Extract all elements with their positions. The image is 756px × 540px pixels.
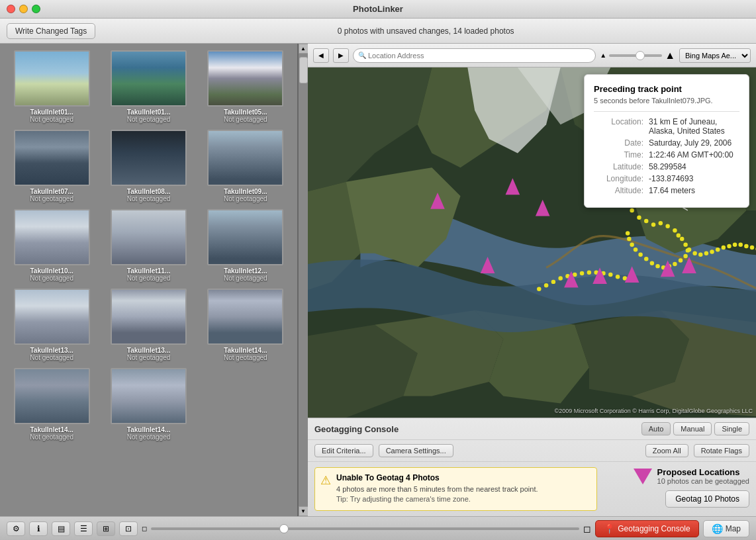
edit-criteria-button[interactable]: Edit Criteria... (314, 444, 373, 457)
photo-item-4[interactable]: TakulInlet08... Not geotagged (103, 130, 193, 202)
svg-point-37 (627, 237, 631, 241)
photo-item-8[interactable]: TakulInlet12... Not geotagged (201, 209, 291, 282)
date-label: Date: (594, 138, 643, 148)
warning-box: ⚠ Unable To Geotag 4 Photos 4 photos are… (314, 467, 597, 511)
svg-point-59 (587, 271, 591, 275)
write-tags-button[interactable]: Write Changed Tags (7, 23, 95, 39)
photo-thumb-5 (207, 130, 283, 186)
date-row: Date: Saturday, July 29, 2006 (594, 138, 739, 148)
bottom-right: 📍 Geotagging Console 🌐 Map (595, 520, 749, 537)
lon-value: -133.874693 (649, 174, 693, 183)
warning-icon: ⚠ (320, 473, 331, 505)
photo-item-0[interactable]: TakulInlet01... Not geotagged (7, 50, 97, 123)
search-wrap: 🔍 (353, 48, 596, 63)
scroll-up-arrow[interactable]: ▲ (299, 44, 308, 54)
photo-item-6[interactable]: TakulInlet10... Not geotagged (7, 209, 97, 282)
zoom-max-icon: ▲ (665, 50, 675, 62)
svg-point-44 (716, 248, 720, 251)
photo-sublabel-6: Not geotagged (30, 275, 73, 282)
svg-point-39 (687, 248, 691, 251)
map-view[interactable]: Preceding track point 5 seconds before T… (308, 68, 756, 418)
photo-item-7[interactable]: TakulInlet11... Not geotagged (103, 209, 193, 282)
nav-fwd-button[interactable]: ▶ (333, 48, 349, 63)
nav-back-button[interactable]: ◀ (313, 48, 329, 63)
geo-console-btn-label: Geotagging Console (618, 524, 690, 533)
camera-settings-button[interactable]: Camera Settings... (379, 444, 453, 457)
map-btn-icon: 🌐 (712, 523, 723, 534)
svg-point-18 (651, 222, 655, 226)
geo-header-buttons: Auto Manual Single (641, 422, 749, 435)
geotag-button[interactable]: Geotag 10 Photos (665, 490, 749, 508)
geo-console: Geotagging Console Auto Manual Single Ed… (308, 418, 756, 516)
info-popup: Preceding track point 5 seconds before T… (584, 74, 749, 208)
tool-grid[interactable]: ⊞ (97, 521, 115, 536)
tool-info[interactable]: ℹ (29, 521, 48, 536)
tool-details[interactable]: ☰ (74, 521, 93, 536)
manual-button[interactable]: Manual (673, 422, 712, 435)
location-search-input[interactable] (353, 48, 596, 63)
scroll-rail[interactable]: ▲ ▼ (298, 44, 308, 516)
minimize-button[interactable] (19, 5, 28, 13)
map-type-select[interactable]: Bing Maps Ae... (679, 48, 751, 63)
photo-item-11[interactable]: TakulInlet14... Not geotagged (201, 289, 291, 361)
single-button[interactable]: Single (714, 422, 749, 435)
close-button[interactable] (7, 5, 15, 13)
back-icon: ◀ (318, 52, 324, 59)
photo-thumb-7 (111, 209, 187, 265)
size-slider[interactable] (151, 527, 579, 530)
slider-max-icon: ◻ (583, 523, 591, 534)
photo-label-6: TakulInlet10... (30, 267, 73, 275)
maximize-button[interactable] (32, 5, 40, 13)
auto-button[interactable]: Auto (641, 422, 671, 435)
photo-thumb-3 (14, 130, 90, 186)
proposed-box: Proposed Locations 10 photos can be geot… (634, 467, 749, 485)
photo-sublabel-12: Not geotagged (30, 433, 73, 441)
photo-item-2[interactable]: TakulInlet05... Not geotagged (201, 50, 291, 123)
zoom-slider[interactable] (609, 54, 662, 57)
photo-sublabel-8: Not geotagged (224, 275, 267, 282)
svg-point-22 (677, 233, 681, 237)
tool-preview[interactable]: ⊡ (119, 521, 138, 536)
lon-label: Longitude: (594, 174, 643, 183)
tool-list[interactable]: ▤ (52, 521, 70, 536)
proposed-subtitle: 10 photos can be geotagged (657, 477, 749, 485)
titlebar: PhotoLinker (0, 0, 756, 19)
tool-settings[interactable]: ⚙ (7, 521, 25, 536)
time-row: Time: 1:22:46 AM GMT+00:00 (594, 150, 739, 159)
list-tool-icon: ▤ (58, 524, 65, 533)
photo-thumb-6 (14, 209, 90, 265)
photo-sublabel-2: Not geotagged (224, 116, 267, 123)
photo-thumb-8 (207, 209, 283, 265)
photo-item-9[interactable]: TakulInlet13... Not geotagged (7, 289, 97, 361)
svg-point-43 (710, 249, 714, 253)
photo-thumb-11 (207, 289, 283, 345)
photo-item-1[interactable]: TakulInlet01... Not geotagged (103, 50, 193, 123)
photo-sublabel-7: Not geotagged (127, 275, 171, 282)
photo-label-9: TakulInlet13... (30, 347, 73, 354)
photo-thumb-0 (14, 50, 90, 107)
scroll-down-arrow[interactable]: ▼ (299, 506, 308, 516)
photo-item-12[interactable]: TakulInlet14... Not geotagged (7, 368, 97, 441)
svg-point-23 (680, 237, 684, 241)
photo-item-3[interactable]: TakulInlet07... Not geotagged (7, 130, 97, 202)
photo-thumb-2 (207, 50, 283, 107)
photo-item-10[interactable]: TakulInlet13... Not geotagged (103, 289, 193, 361)
scroll-thumb[interactable] (299, 57, 308, 83)
photo-thumb-9 (14, 289, 90, 345)
map-copyright: ©2009 Microsoft Corporation © Harris Cor… (555, 408, 753, 414)
geo-console-tab-button[interactable]: 📍 Geotagging Console (595, 520, 698, 537)
photo-thumb-13 (111, 368, 187, 424)
rotate-flags-button[interactable]: Rotate Flags (694, 444, 749, 457)
svg-point-41 (698, 253, 702, 257)
svg-point-16 (637, 215, 641, 219)
geo-console-title: Geotagging Console (314, 424, 399, 434)
photo-item-5[interactable]: TakulInlet09... Not geotagged (201, 130, 291, 202)
popup-title: Preceding track point (594, 84, 739, 94)
titlebar-buttons (7, 5, 40, 13)
map-tab-button[interactable]: 🌐 Map (703, 520, 749, 537)
zoom-all-button[interactable]: Zoom All (645, 444, 688, 457)
app-title: PhotoLinker (353, 4, 403, 14)
photo-item-13[interactable]: TakulInlet14... Not geotagged (103, 368, 193, 441)
photo-label-5: TakulInlet09... (224, 188, 267, 195)
location-row: Location: 31 km E of Juneau, Alaska, Uni… (594, 117, 739, 136)
